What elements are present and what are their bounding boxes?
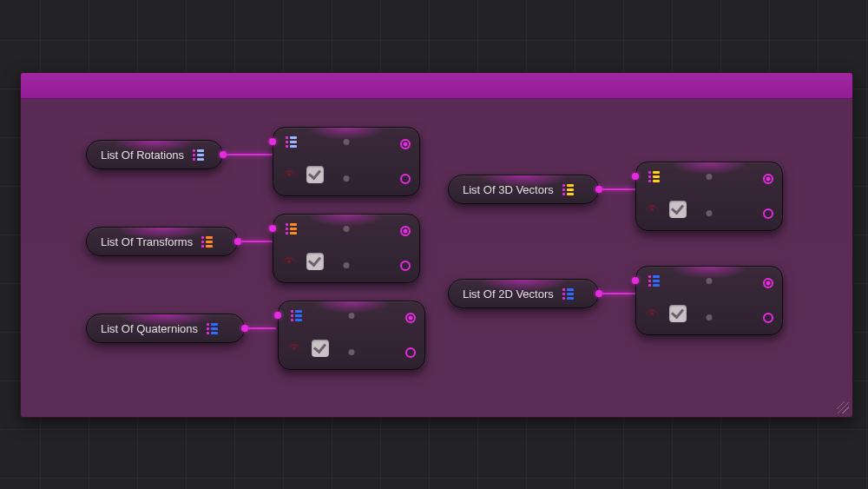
output-port-b[interactable] [763, 208, 773, 219]
list-icon [201, 236, 214, 248]
output-port[interactable] [220, 151, 227, 158]
status-dot-icon [349, 313, 355, 319]
enabled-checkbox[interactable] [312, 340, 329, 357]
list-icon [286, 223, 298, 235]
output-port[interactable] [241, 325, 248, 332]
input-port[interactable] [632, 277, 639, 284]
status-dot-icon [707, 174, 713, 180]
group-container[interactable]: List Of Rotations List Of Transforms [20, 72, 853, 418]
list-icon [562, 288, 575, 300]
processor-node-vectors2d[interactable] [635, 266, 783, 335]
status-dot-icon [344, 175, 350, 182]
enabled-checkbox[interactable] [669, 201, 687, 218]
enabled-checkbox[interactable] [669, 305, 687, 322]
list-icon [648, 171, 661, 182]
wire [225, 154, 273, 155]
status-dot-icon [707, 278, 713, 284]
enabled-checkbox[interactable] [306, 253, 324, 270]
source-node-label: List Of Transforms [101, 235, 193, 248]
processor-node-rotations[interactable] [273, 127, 420, 196]
enabled-checkbox[interactable] [306, 166, 324, 183]
wire [601, 188, 635, 190]
output-port-b[interactable] [400, 174, 411, 184]
source-node-transforms[interactable]: List Of Transforms [86, 227, 238, 256]
input-port[interactable] [632, 173, 639, 180]
output-port-a[interactable] [405, 313, 416, 323]
status-dot-icon [344, 262, 350, 268]
source-node-quaternions[interactable]: List Of Quaternions [86, 314, 245, 343]
status-dot-icon [707, 314, 713, 320]
output-port[interactable] [595, 186, 602, 193]
wire [240, 241, 273, 242]
source-node-rotations[interactable]: List Of Rotations [86, 140, 223, 169]
output-port[interactable] [595, 290, 602, 297]
status-dot-icon [344, 139, 350, 145]
source-node-vectors3d[interactable]: List Of 3D Vectors [448, 175, 599, 204]
output-port-a[interactable] [763, 174, 773, 184]
output-port-b[interactable] [405, 347, 416, 358]
list-icon [286, 136, 298, 148]
list-icon [291, 310, 303, 321]
visibility-off-icon[interactable] [287, 344, 301, 353]
processor-node-vectors3d[interactable] [635, 162, 783, 231]
input-port[interactable] [274, 312, 281, 319]
list-icon [207, 323, 219, 334]
output-port[interactable] [234, 238, 241, 245]
output-port-a[interactable] [763, 278, 773, 288]
output-port-b[interactable] [763, 313, 773, 323]
output-port-a[interactable] [400, 226, 411, 236]
list-icon [648, 275, 661, 287]
status-dot-icon [344, 226, 350, 232]
input-port[interactable] [269, 225, 276, 232]
source-node-label: List Of 3D Vectors [463, 183, 554, 196]
source-node-label: List Of Quaternions [101, 322, 198, 335]
group-header[interactable] [21, 73, 852, 99]
status-dot-icon [349, 349, 355, 355]
status-dot-icon [707, 210, 713, 216]
processor-node-quaternions[interactable] [278, 301, 425, 370]
processor-node-transforms[interactable] [273, 214, 420, 283]
output-port-a[interactable] [400, 139, 411, 149]
input-port[interactable] [269, 138, 276, 145]
visibility-off-icon[interactable] [282, 257, 296, 266]
list-icon [562, 184, 575, 195]
visibility-off-icon[interactable] [645, 205, 659, 214]
node-canvas[interactable]: List Of Rotations List Of Transforms [21, 99, 852, 417]
visibility-off-icon[interactable] [282, 170, 296, 179]
source-node-label: List Of Rotations [101, 149, 184, 162]
output-port-b[interactable] [400, 261, 411, 271]
visibility-off-icon[interactable] [645, 309, 659, 318]
wire [601, 293, 635, 294]
wire [247, 327, 276, 329]
list-icon [193, 149, 205, 161]
source-node-label: List Of 2D Vectors [463, 287, 554, 301]
source-node-vectors2d[interactable]: List Of 2D Vectors [448, 279, 599, 308]
